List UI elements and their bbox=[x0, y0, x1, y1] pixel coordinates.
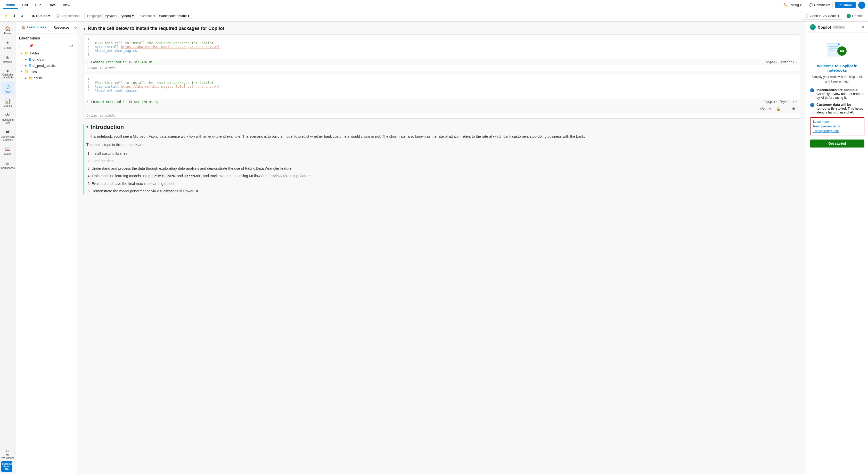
download-button[interactable]: ⬇ bbox=[11, 13, 17, 19]
cell1-line1: 1 bbox=[87, 37, 796, 41]
cell1-lang[interactable]: PySpark (Python) ▾ bbox=[764, 60, 797, 64]
copilot-content: Welcome to Copilot in notebooks Simplify… bbox=[806, 33, 868, 474]
section1-collapse[interactable]: ▾ bbox=[84, 27, 85, 31]
open-vscode-label: Open in VS Code bbox=[810, 14, 836, 18]
apps-icon: ⬡ bbox=[6, 84, 10, 90]
avatar-icon: 👤 bbox=[860, 3, 864, 7]
tab-view[interactable]: View bbox=[60, 2, 73, 8]
avatar[interactable]: 👤 bbox=[858, 2, 865, 9]
copilot-illustration-svg bbox=[825, 39, 850, 60]
copilot-close-button[interactable]: ✕ bbox=[861, 25, 864, 30]
nav-item-monitoring[interactable]: 👁 Monitoring hub bbox=[1, 110, 14, 126]
tab-edit[interactable]: Edit bbox=[19, 2, 31, 8]
vscode-icon: ⬡ bbox=[805, 13, 808, 18]
intro-step-6: Demonstrate the model performance via vi… bbox=[92, 188, 800, 194]
nav-item-myworkspace[interactable]: ⊡ My workspace bbox=[1, 447, 14, 461]
svg-point-7 bbox=[843, 50, 844, 52]
language-selector[interactable]: PySpark (Python) ▾ bbox=[102, 13, 136, 19]
explorer-toolbar: 📌 ⇄ bbox=[16, 42, 77, 50]
comments-button[interactable]: 💬 Comments bbox=[807, 2, 833, 8]
tree-churn[interactable]: ▶ 📂 churn bbox=[16, 75, 77, 81]
cell-lock-btn[interactable]: 🔒 bbox=[775, 106, 782, 112]
nav-item-learn[interactable]: 📖 Learn bbox=[1, 144, 14, 157]
pin-button[interactable]: 📌 bbox=[28, 43, 35, 49]
copilot-illustration bbox=[825, 39, 850, 60]
copilot-logo bbox=[810, 24, 816, 30]
nav-item-create[interactable]: + Create bbox=[1, 38, 14, 51]
files-folder-icon: 📁 bbox=[24, 70, 29, 74]
explorer-collapse-button[interactable]: ≪ bbox=[74, 26, 78, 30]
churn-folder-icon: 📂 bbox=[28, 76, 33, 80]
cell-edit-btn[interactable]: ✏ bbox=[768, 106, 774, 112]
tab-run[interactable]: Run bbox=[32, 2, 44, 8]
format-button[interactable]: ⚡ bbox=[3, 13, 10, 19]
nav-item-onelake[interactable]: ◈ OneLake data hub bbox=[1, 67, 14, 81]
chevron-down-icon: ▾ bbox=[800, 3, 802, 7]
tree-tables[interactable]: ▾ 📁 Tables bbox=[16, 50, 77, 56]
learn-icon: 📖 bbox=[5, 146, 10, 152]
notice1-text: Inaccuracies are possible. Carefully rev… bbox=[816, 88, 864, 99]
cell1-content: 1 2 #Run this cell to install the requir… bbox=[84, 35, 800, 59]
cell-delete-btn[interactable]: 🗑 bbox=[790, 106, 797, 112]
notice1-title: Inaccuracies are possible. bbox=[816, 88, 858, 92]
df-clean-caret: ▶ bbox=[25, 58, 27, 61]
tree-df-clean[interactable]: ▶ ⊞ df_clean bbox=[16, 56, 77, 62]
environment-selector[interactable]: Workspace default ▾ bbox=[157, 13, 192, 19]
code-cell-2: 1 2 #Run this cell to install the requir… bbox=[84, 74, 800, 119]
nav-metrics-label: Metrics bbox=[3, 104, 11, 107]
cell-code-btn[interactable]: </> bbox=[758, 106, 766, 112]
tab-data[interactable]: Data bbox=[45, 2, 59, 8]
line-num: 1 bbox=[87, 77, 92, 81]
section-copilot-install: ▾ Run the cell below to install the requ… bbox=[84, 26, 800, 119]
cell-more-btn[interactable]: ··· bbox=[783, 106, 789, 112]
workspaces-icon: ⊟ bbox=[6, 160, 9, 166]
transparency-note-link[interactable]: Transparency note bbox=[813, 129, 861, 133]
tree-files[interactable]: ▾ 📁 Files bbox=[16, 69, 77, 75]
tree-df-pred-results[interactable]: ▶ ⊞ df_pred_results bbox=[16, 62, 77, 69]
nav-bottom: ⊡ My workspace Customer churn-513 bbox=[1, 447, 14, 472]
nav-item-workspaces[interactable]: ⊟ Workspaces bbox=[1, 158, 14, 171]
pencil-icon: ✏️ bbox=[783, 3, 787, 7]
run-all-button[interactable]: ▶ Run all ▾ bbox=[30, 13, 52, 19]
nav-create-label: Create bbox=[4, 46, 11, 49]
nav-item-metrics[interactable]: 📊 Metrics bbox=[1, 96, 14, 109]
share-label: Share bbox=[843, 3, 852, 7]
copilot-toolbar-button[interactable]: Copilot bbox=[844, 13, 865, 19]
nav-onelake-label: OneLake data hub bbox=[2, 73, 13, 79]
cell2-line4: 4 %load_ext chat_magics bbox=[87, 89, 796, 92]
explorer-tab-resources[interactable]: Resources bbox=[51, 24, 72, 31]
read-preview-link[interactable]: Read preview terms bbox=[813, 125, 861, 128]
explorer-search-input[interactable] bbox=[18, 43, 26, 48]
cell2-lang[interactable]: PySpark (Python) ▾ bbox=[764, 100, 797, 104]
tables-caret: ▾ bbox=[21, 52, 23, 55]
nav-item-browse[interactable]: ⊞ Browse bbox=[1, 52, 14, 65]
cell1-lang-text: PySpark (Python) bbox=[764, 60, 794, 64]
line-num: 2 bbox=[87, 81, 92, 85]
nav-item-home[interactable]: 🏠 Home bbox=[1, 24, 14, 37]
share-button[interactable]: ↗ Share bbox=[835, 2, 856, 8]
customer-badge[interactable]: Customer churn-513 bbox=[1, 461, 12, 472]
open-vscode-button[interactable]: ⬡ Open in VS Code ▾ bbox=[802, 12, 842, 20]
learn-more-link[interactable]: Learn more bbox=[813, 120, 861, 124]
df-pred-icon: ⊞ bbox=[28, 63, 31, 68]
stop-checkbox[interactable]: ☐ bbox=[56, 14, 59, 18]
get-started-button[interactable]: Get started bbox=[810, 139, 864, 148]
line-num: 4 bbox=[87, 49, 92, 53]
stop-session-button[interactable]: ☐ Stop session bbox=[54, 13, 82, 19]
nav-item-deployment[interactable]: ⇌ Deployment pipelines bbox=[1, 127, 14, 143]
vscode-chevron: ▾ bbox=[838, 14, 839, 18]
settings-button[interactable]: ⚙ bbox=[19, 13, 25, 19]
df-pred-caret: ▶ bbox=[25, 64, 27, 67]
section2-collapse[interactable]: ▾ bbox=[86, 125, 88, 129]
intro-step-1: Install custom libraries bbox=[92, 150, 800, 157]
explorer-tab-lakehouses[interactable]: 🏠 Lakehouses bbox=[19, 24, 49, 31]
editing-button[interactable]: ✏️ Editing ▾ bbox=[781, 2, 804, 8]
nav-item-apps[interactable]: ⬡ Apps bbox=[1, 82, 14, 95]
refresh-button[interactable]: ⇄ bbox=[69, 43, 74, 49]
df-clean-icon: ⊞ bbox=[28, 57, 31, 61]
run-all-label: Run all bbox=[36, 14, 47, 18]
onelake-icon: ◈ bbox=[6, 69, 9, 73]
top-bar: Home Edit Run Data View ✏️ Editing ▾ 💬 C… bbox=[0, 0, 868, 10]
tab-home[interactable]: Home bbox=[3, 1, 18, 9]
notice2-icon: 🔵 bbox=[810, 103, 814, 107]
